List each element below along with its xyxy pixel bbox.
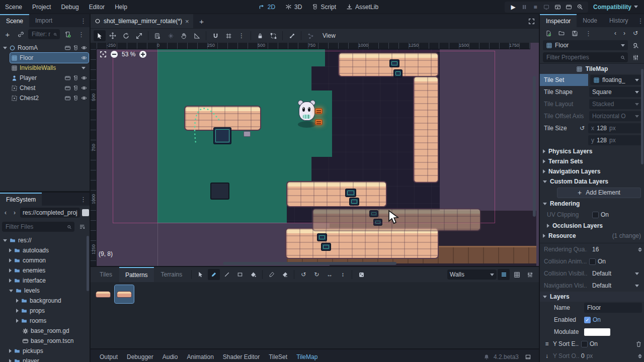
group-physics-layers[interactable]: Physics Layers	[540, 146, 644, 156]
open-scene-icon[interactable]	[64, 85, 71, 91]
expand-bottom-panel-button[interactable]	[522, 351, 534, 362]
2d-canvas[interactable]: 53 % (9, 8)	[97, 49, 536, 266]
tilemap-advanced-menu-button[interactable]	[524, 269, 536, 280]
prop-uv-clipping[interactable]: UV Clipping On	[540, 209, 644, 221]
tile-paint-tool[interactable]	[208, 269, 220, 280]
load-resource-button[interactable]	[556, 28, 567, 39]
menu-project[interactable]: Project	[27, 0, 56, 14]
attach-script-button[interactable]	[62, 29, 73, 40]
script-icon[interactable]	[73, 95, 78, 101]
play-button[interactable]: ▶	[509, 3, 518, 12]
context-3d-button[interactable]: 3D	[280, 4, 307, 11]
tab-terrains[interactable]: Terrains	[155, 267, 189, 282]
node-selector-dropdown[interactable]: Floor	[543, 40, 628, 50]
patterns-content[interactable]	[91, 282, 539, 348]
tab-history[interactable]: History	[603, 14, 634, 27]
selection-list-button[interactable]	[151, 30, 164, 41]
group-layers[interactable]: Layers	[540, 292, 644, 302]
tab-inspector[interactable]: Inspector	[540, 14, 577, 27]
select-tool-button[interactable]	[94, 30, 106, 41]
fs-item-base-room-tscn[interactable]: base_room.tscn	[21, 336, 89, 346]
tile-bucket-tool[interactable]	[247, 269, 259, 280]
snap-options-menu-icon[interactable]: ⋮	[235, 30, 248, 41]
fs-item-enemies[interactable]: enemies	[8, 265, 89, 276]
pan-tool-button[interactable]	[178, 30, 190, 41]
modulate-color-swatch[interactable]	[584, 328, 610, 336]
scene-node-chest2[interactable]: Chest2	[10, 93, 89, 103]
layer-enabled-checkbox[interactable]: ✓	[584, 317, 591, 323]
tab-import[interactable]: Import	[29, 14, 58, 27]
sort-files-button[interactable]	[76, 221, 88, 232]
tab-filesystem[interactable]: FileSystem	[0, 193, 42, 206]
expand-viewport-icon[interactable]	[526, 16, 537, 27]
scene-tab[interactable]: shot_tilemap_mirror_rotate(*) ×	[91, 14, 193, 28]
remote-debug-button[interactable]	[542, 3, 551, 12]
visibility-eye-icon[interactable]	[80, 95, 88, 101]
view-menu-button[interactable]: View	[317, 32, 341, 39]
resource-menu-icon[interactable]: ⋮	[582, 30, 595, 37]
vertical-scrollbar[interactable]	[533, 76, 536, 217]
show-selection-button[interactable]	[165, 30, 177, 41]
bottom-tab-debugger[interactable]: Debugger	[123, 353, 157, 360]
filter-properties-input[interactable]	[543, 52, 628, 62]
dock-menu-icon[interactable]: ⋮	[634, 14, 644, 27]
play-scene-button[interactable]	[553, 3, 562, 12]
tile-picker-tool[interactable]	[266, 269, 278, 280]
fs-item-player[interactable]: player	[8, 356, 89, 362]
smart-snap-button[interactable]	[209, 30, 221, 41]
open-scene-icon[interactable]	[64, 75, 71, 81]
group-resource[interactable]: Resource (1 change)	[540, 231, 644, 241]
pause-button[interactable]	[520, 3, 529, 12]
ysort-enabled-checkbox[interactable]	[581, 341, 588, 347]
history-back-button[interactable]: ‹	[612, 28, 619, 39]
rotate-tool-button[interactable]	[120, 30, 132, 41]
tile-line-tool[interactable]	[221, 269, 233, 280]
prop-ysort-enabled[interactable]: ≡ Y Sort E... On	[540, 338, 644, 350]
script-icon[interactable]	[73, 45, 78, 51]
script-icon[interactable]	[73, 85, 78, 91]
add-element-button[interactable]: +Add Element	[557, 188, 641, 198]
filter-files-input[interactable]	[2, 222, 74, 232]
visibility-eye-icon[interactable]	[80, 55, 88, 61]
zoom-level-label[interactable]: 53 %	[122, 51, 135, 58]
prop-rendering-quadrant[interactable]: Rendering Qua... 16	[540, 243, 644, 255]
open-scene-icon[interactable]	[64, 95, 71, 101]
chevron-down-icon[interactable]	[82, 67, 86, 69]
fs-item-res[interactable]: res://	[1, 235, 89, 245]
add-node-button[interactable]: +	[2, 29, 13, 40]
bottom-tab-tilemap[interactable]: TileMap	[292, 353, 321, 360]
fs-item-interface[interactable]: interface	[8, 276, 89, 286]
bottom-tab-audio[interactable]: Audio	[158, 353, 182, 360]
dock-menu-icon[interactable]: ⋮	[77, 14, 90, 27]
save-resource-button[interactable]	[569, 28, 580, 39]
play-custom-scene-button[interactable]	[564, 3, 573, 12]
rotate-left-button[interactable]: ↺	[297, 269, 309, 280]
tile-size-y-field[interactable]: y 128 px	[588, 135, 642, 145]
prop-layer-name[interactable]: Name Floor	[540, 302, 644, 314]
spinner-icon[interactable]	[638, 247, 642, 252]
movie-maker-button[interactable]	[575, 3, 584, 12]
visibility-eye-icon[interactable]	[80, 85, 88, 91]
spinner-icon[interactable]	[638, 354, 642, 358]
fs-item-pickups[interactable]: pickups	[8, 346, 89, 356]
pattern-item[interactable]	[94, 285, 113, 303]
object-history-button[interactable]: ↺	[630, 28, 641, 39]
tab-tiles[interactable]: Tiles	[94, 267, 118, 282]
zoom-in-button[interactable]	[139, 51, 146, 58]
menu-debug[interactable]: Debug	[56, 0, 84, 14]
center-view-icon[interactable]	[100, 51, 107, 58]
tile-set-resource-dropdown[interactable]: floating_	[590, 75, 642, 85]
fs-item-props[interactable]: props	[15, 306, 89, 316]
fs-item-background[interactable]: background	[15, 296, 89, 306]
current-path[interactable]: res://completed_proj	[20, 208, 80, 218]
open-scene-icon[interactable]	[64, 45, 71, 51]
tile-eraser-tool[interactable]	[279, 269, 291, 280]
random-tile-button[interactable]	[355, 269, 367, 280]
scale-tool-button[interactable]	[133, 30, 145, 41]
history-back-button[interactable]: ‹	[2, 207, 9, 218]
tile-size-x-field[interactable]: x 128 px	[588, 123, 642, 133]
collision-animatable-checkbox[interactable]	[589, 258, 596, 265]
tile-select-tool[interactable]	[195, 269, 207, 280]
scene-node-floor[interactable]: Floor	[10, 53, 89, 63]
new-resource-button[interactable]	[543, 28, 554, 39]
